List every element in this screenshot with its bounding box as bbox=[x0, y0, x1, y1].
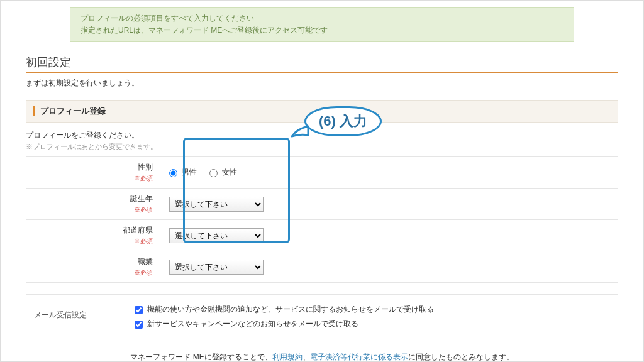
row-birthyear: 誕生年 ※必須 選択して下さい bbox=[26, 189, 618, 220]
consent-sep: 、 bbox=[303, 353, 310, 361]
profile-form: 性別 ※必須 男性 女性 誕生年 ※必須 bbox=[26, 156, 618, 283]
radio-female-text: 女性 bbox=[222, 168, 237, 177]
radio-male-text: 男性 bbox=[182, 168, 197, 177]
prefecture-label: 都道府県 bbox=[123, 226, 153, 234]
alert-line2: 指定されたURLは、マネーフォワード MEへご登録後にアクセス可能です bbox=[80, 25, 564, 36]
section-header: プロフィール登録 bbox=[26, 100, 618, 123]
row-prefecture: 都道府県 ※必須 選択して下さい bbox=[26, 220, 618, 251]
consent-text: マネーフォワード MEに登録することで、利用規約、電子決済等代行業に係る表示に同… bbox=[26, 352, 618, 362]
subtitle: まずは初期設定を行いましょう。 bbox=[26, 78, 618, 89]
instruction: プロフィールをご登録ください。 bbox=[26, 130, 618, 141]
consent-suffix: に同意したものとみなします。 bbox=[408, 353, 514, 361]
mail-check2-text: 新サービスやキャンペーンなどのお知らせをメールで受け取る bbox=[147, 319, 358, 328]
occupation-select[interactable]: 選択して下さい bbox=[169, 260, 264, 275]
required-badge: ※必須 bbox=[31, 237, 153, 246]
required-badge: ※必須 bbox=[31, 206, 153, 214]
radio-female-label[interactable]: 女性 bbox=[209, 168, 237, 177]
payment-link[interactable]: 電子決済等代行業に係る表示 bbox=[310, 353, 408, 361]
accent-bar bbox=[33, 106, 35, 116]
radio-female[interactable] bbox=[209, 169, 218, 177]
mail-check1[interactable] bbox=[135, 306, 143, 314]
page-container: プロフィールの必須項目をすべて入力してください 指定されたURLは、マネーフォワ… bbox=[0, 0, 644, 362]
gender-label: 性別 bbox=[138, 163, 153, 172]
radio-male-label[interactable]: 男性 bbox=[169, 168, 199, 177]
alert-banner: プロフィールの必須項目をすべて入力してください 指定されたURLは、マネーフォワ… bbox=[70, 7, 574, 42]
birthyear-select[interactable]: 選択して下さい bbox=[169, 197, 264, 212]
divider bbox=[26, 72, 618, 73]
row-gender: 性別 ※必須 男性 女性 bbox=[26, 157, 618, 189]
required-badge: ※必須 bbox=[31, 174, 153, 183]
page-title: 初回設定 bbox=[26, 55, 618, 70]
required-badge: ※必須 bbox=[31, 268, 153, 277]
birthyear-label: 誕生年 bbox=[130, 194, 153, 203]
radio-male[interactable] bbox=[169, 169, 177, 177]
section-header-text: プロフィール登録 bbox=[40, 106, 106, 117]
hint: ※プロフィールはあとから変更できます。 bbox=[26, 142, 618, 151]
mail-settings: メール受信設定 機能の使い方や金融機関の追加など、サービスに関するお知らせをメー… bbox=[26, 294, 618, 339]
occupation-label: 職業 bbox=[138, 257, 153, 266]
alert-line1: プロフィールの必須項目をすべて入力してください bbox=[80, 13, 564, 25]
mail-label: メール受信設定 bbox=[26, 295, 127, 339]
mail-check2[interactable] bbox=[135, 321, 143, 329]
terms-link[interactable]: 利用規約 bbox=[272, 353, 303, 361]
prefecture-select[interactable]: 選択して下さい bbox=[169, 228, 264, 243]
mail-check1-text: 機能の使い方や金融機関の追加など、サービスに関するお知らせをメールで受け取る bbox=[147, 305, 434, 314]
consent-prefix: マネーフォワード MEに登録することで、 bbox=[130, 353, 272, 361]
row-occupation: 職業 ※必須 選択して下さい bbox=[26, 251, 618, 283]
